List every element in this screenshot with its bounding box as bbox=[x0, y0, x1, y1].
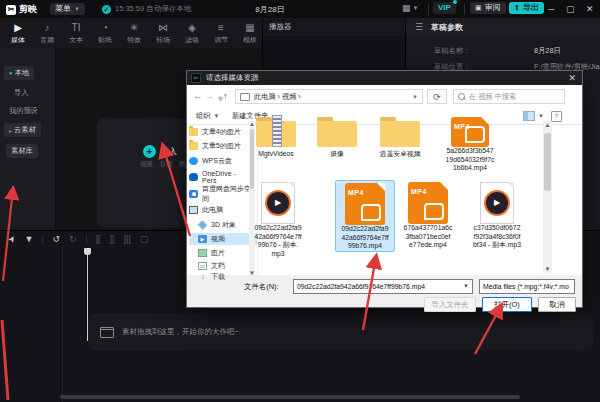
dialog-app-icon: ✂ bbox=[191, 73, 201, 83]
jianying-app-window: ✂ 剪映 菜单 ▼ ✓ 15:35:59 自动保存本地 8月28日 ▦ ▼ VI… bbox=[0, 0, 600, 402]
tree-item-baidu-netdisk[interactable]: 百度网盘同步空间 bbox=[189, 188, 251, 200]
split-icon[interactable]: ][ bbox=[96, 234, 101, 244]
file-tile-mp4[interactable]: MP4 676a437701a6c 3fba071bec0ef e77ede.m… bbox=[399, 182, 457, 250]
effects-icon: ✳ bbox=[120, 21, 148, 34]
maximize-button[interactable]: ▢ bbox=[566, 4, 575, 14]
tab-filter[interactable]: ◈滤镜 bbox=[178, 21, 206, 45]
scroll-down-icon[interactable]: ▼ bbox=[543, 266, 552, 272]
chevron-down-icon: ▼ bbox=[413, 5, 419, 11]
tree-item-videos[interactable]: ▶视频 bbox=[189, 233, 258, 245]
tab-adjust[interactable]: ≡调节 bbox=[207, 21, 235, 45]
file-tile-mp3[interactable]: ▶ c37d350df0672 f92f3a4f8c36f0f bf34 - 副… bbox=[468, 182, 526, 250]
tree-item-this-pc[interactable]: 此电脑 bbox=[189, 204, 251, 216]
file-type-filter[interactable]: Media files (*.mpg;*.f4v;*.mo bbox=[479, 279, 575, 294]
search-input[interactable]: 在 视频 中搜索 bbox=[453, 89, 565, 104]
file-tile-folder[interactable]: MgtvVideos bbox=[247, 119, 305, 159]
timeline-horizontal-scrollbar[interactable] bbox=[60, 395, 520, 399]
tree-item-folder[interactable]: 文章5的图片 bbox=[189, 140, 251, 152]
sidebar-item-import[interactable]: 导入 bbox=[14, 88, 28, 98]
filename-input[interactable] bbox=[293, 279, 473, 294]
search-placeholder: 在 视频 中搜索 bbox=[469, 92, 516, 102]
file-tile-folder[interactable]: 摄像 bbox=[308, 119, 366, 159]
sidebar-item-presets[interactable]: 我的预设 bbox=[9, 106, 38, 116]
import-button[interactable]: + 导入 bbox=[143, 145, 177, 158]
redo-icon[interactable]: ↻ bbox=[69, 234, 77, 244]
clapperboard-icon bbox=[100, 327, 114, 338]
import-folder-button[interactable]: 导入文件夹 bbox=[424, 297, 476, 312]
pictures-icon bbox=[198, 249, 207, 257]
chevron-down-icon: ▼ bbox=[214, 113, 220, 119]
export-button[interactable]: ⬆ 导出 bbox=[509, 2, 544, 14]
review-label: 审阅 bbox=[485, 2, 501, 14]
file-tile-mp4[interactable]: MP4 5a266d3f3b547 19d654032f9f7c 1b6b4.m… bbox=[441, 117, 499, 173]
open-button[interactable]: 打开(O) bbox=[482, 297, 532, 312]
tab-transition[interactable]: ⋈转场 bbox=[149, 21, 177, 45]
template-icon: ▦ bbox=[236, 21, 264, 34]
undo-icon[interactable]: ↺ bbox=[52, 234, 60, 244]
baidu-netdisk-icon bbox=[189, 190, 198, 198]
tab-audio[interactable]: ♪音频 bbox=[33, 21, 61, 45]
autosave-text: 15:35:59 自动保存本地 bbox=[115, 4, 191, 14]
file-tile-mp4-selected[interactable]: MP4 09d2c22ad2fa9 42a66f9764e7ff 99b76.m… bbox=[335, 180, 395, 252]
onedrive-cloud-icon bbox=[189, 173, 198, 181]
help-icon: ? bbox=[551, 111, 562, 122]
scrollbar-thumb[interactable] bbox=[544, 133, 551, 191]
back-icon[interactable]: ← bbox=[193, 91, 202, 101]
timeline-hint-text: 素材拖拽到这里，开始你的大作吧~ bbox=[122, 327, 239, 337]
sidebar-item-material-library[interactable]: 素材库 bbox=[6, 144, 38, 158]
sidebar-item-local[interactable]: ●本地 bbox=[4, 66, 34, 80]
play-icon: ▶ bbox=[484, 190, 510, 216]
sticker-icon: ◔ bbox=[91, 21, 119, 34]
help-button[interactable]: ? bbox=[551, 111, 562, 122]
close-button[interactable]: ✕ bbox=[586, 4, 594, 14]
dialog-title-bar[interactable]: ✂ 请选择媒体资源 ✕ bbox=[187, 71, 582, 85]
hamburger-icon[interactable]: ☰ bbox=[415, 22, 423, 32]
filter-icon: ◈ bbox=[178, 21, 206, 34]
minimize-button[interactable]: ─ bbox=[548, 4, 554, 14]
sidebar-item-cloud-material[interactable]: ▸云素材 bbox=[4, 123, 41, 137]
tab-effects[interactable]: ✳特效 bbox=[120, 21, 148, 45]
refresh-button[interactable]: ⟳ bbox=[427, 89, 447, 104]
review-icon: ▣ bbox=[475, 2, 482, 14]
dialog-close-button[interactable]: ✕ bbox=[568, 71, 576, 85]
vip-notification-dot bbox=[453, 0, 457, 4]
divider bbox=[42, 235, 43, 244]
delete-icon[interactable]: ▢ bbox=[140, 234, 149, 244]
up-icon[interactable]: ↑ bbox=[223, 91, 228, 101]
tab-template[interactable]: ▦模板 bbox=[236, 21, 264, 45]
tree-item-folder[interactable]: 文章4的图片 bbox=[189, 126, 251, 138]
cancel-button[interactable]: 取消 bbox=[538, 297, 576, 312]
import-hint-text: 视频、音频、图片 bbox=[140, 160, 192, 169]
split-left-icon[interactable]: ][ bbox=[110, 234, 115, 244]
file-grid-scrollbar[interactable]: ▲ ▼ bbox=[543, 121, 552, 273]
draft-title[interactable]: 8月28日 bbox=[240, 4, 300, 15]
tab-sticker[interactable]: ◔贴纸 bbox=[91, 21, 119, 45]
menu-button[interactable]: 菜单 ▼ bbox=[50, 3, 85, 15]
media-file-icon: ▶ bbox=[261, 182, 295, 224]
play-icon: ▶ bbox=[265, 190, 291, 216]
scroll-up-icon[interactable]: ▲ bbox=[543, 122, 552, 128]
scroll-down-icon[interactable]: ▼ bbox=[249, 270, 255, 276]
review-button[interactable]: ▣ 审阅 bbox=[470, 2, 506, 14]
tree-item-wps-cloud[interactable]: WPS云盘 bbox=[189, 155, 251, 167]
tab-media[interactable]: ▶媒体 bbox=[4, 21, 32, 45]
file-tile-folder[interactable]: 逍遥安卓视频 bbox=[371, 119, 429, 159]
organize-button[interactable]: 组织▼ bbox=[196, 111, 220, 121]
tree-item-onedrive[interactable]: OneDrive - Pers bbox=[189, 171, 251, 183]
tab-text[interactable]: TI文本 bbox=[62, 21, 90, 45]
filename-combo-caret-icon[interactable]: ▼ bbox=[463, 283, 469, 289]
select-tool-icon[interactable]: ➤ bbox=[6, 233, 18, 245]
file-tile-mp3[interactable]: ▶ 09d2c22ad2fa9 42a66f9764e7ff 99b76 - 副… bbox=[249, 182, 307, 258]
chevron-down-icon[interactable]: ▼ bbox=[25, 234, 34, 244]
layout-switch-button[interactable]: ▦ ▼ bbox=[402, 3, 418, 13]
vip-button[interactable]: VIP bbox=[433, 2, 456, 14]
app-logo-text: 剪映 bbox=[19, 3, 37, 16]
view-mode-button[interactable]: ▼ bbox=[523, 111, 544, 121]
split-right-icon[interactable]: ]|[ bbox=[124, 234, 131, 244]
draft-name-value[interactable]: 8月28日 bbox=[534, 46, 561, 56]
breadcrumb[interactable]: 此电脑 › 视频 › ▼ bbox=[235, 89, 423, 104]
forward-icon[interactable]: → bbox=[205, 91, 214, 101]
filename-label: 文件名(N): bbox=[244, 282, 279, 292]
media-icon: ▶ bbox=[4, 21, 32, 34]
playhead-handle[interactable] bbox=[84, 248, 91, 255]
